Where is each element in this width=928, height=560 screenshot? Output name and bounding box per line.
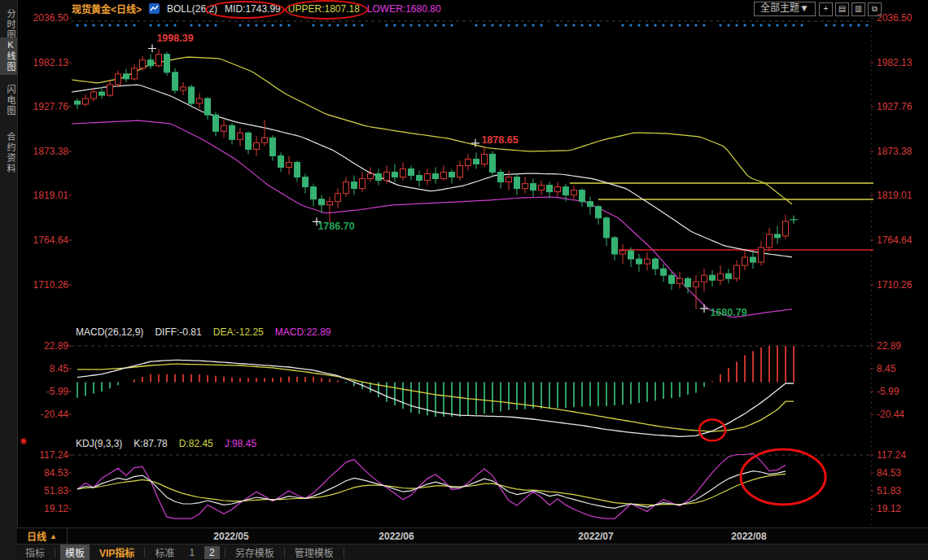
candle-body [653, 259, 659, 269]
macd-axis-label-axis-right-2: -5.99 [877, 386, 927, 397]
candle-body [278, 155, 284, 167]
candle-body [140, 60, 146, 68]
candle-body [767, 234, 773, 247]
signal-dot [833, 24, 835, 26]
candle-body [498, 173, 504, 182]
sidebar-item-lightning[interactable]: 闪电图 [0, 82, 17, 119]
tab-vip-indicators[interactable]: VIP指标 [94, 545, 139, 560]
tab-manage-template[interactable]: 管理模板 [290, 545, 339, 560]
kdj-axis-label-axis-right-0: 117.24 [877, 449, 927, 461]
line-chart-icon[interactable] [149, 3, 160, 14]
price-axis-label-axis-left-2: 1927.76 [21, 101, 68, 112]
price-annotation-1: 1878.65 [481, 134, 518, 146]
sidebar-item-kline[interactable]: K线图 [0, 37, 17, 75]
candle-body [783, 221, 789, 236]
price-axis-label-axis-left-1: 1982.13 [21, 57, 68, 68]
annotation-cross-icon [148, 45, 156, 53]
period-selector-button[interactable]: 日线 ▲ [17, 528, 68, 544]
macd-params-label: MACD(26,12,9) [76, 326, 143, 338]
pane-expand-icon[interactable]: ⧉ [868, 2, 882, 16]
kdj-j-value: J:98.45 [225, 438, 256, 449]
candle-body [132, 68, 138, 79]
tab-indicators[interactable]: 指标 [20, 545, 50, 560]
candle-body [83, 98, 89, 104]
signal-dot [409, 24, 412, 26]
candle-body [205, 98, 211, 115]
chart-canvas[interactable]: 1998.391878.651786.701680.79 [68, 18, 873, 527]
candle-body [327, 202, 333, 205]
price-axis-label-axis-left-5: 1764.64 [21, 234, 68, 246]
signal-dot [637, 24, 640, 26]
price-axis-label-axis-right-5: 1764.64 [877, 234, 927, 246]
signal-dot [629, 24, 632, 26]
symbol-title: 现货黄金<日线> [72, 2, 142, 15]
signal-dot [393, 24, 396, 26]
candle-body [360, 179, 366, 189]
pane-layout-left-icon[interactable]: ▤ [835, 2, 849, 16]
pane-layout-right-icon[interactable]: ▥ [851, 2, 865, 16]
signal-dot [149, 24, 151, 26]
candle-body [466, 159, 471, 165]
tab-templates[interactable]: 模板 [60, 545, 90, 560]
candle-body [449, 173, 455, 177]
signal-dot [646, 24, 648, 26]
signal-dot [727, 24, 729, 26]
tab-separator [284, 548, 285, 558]
signal-dot [654, 24, 656, 26]
signal-dot [418, 24, 420, 26]
boll-mid-band [72, 85, 792, 257]
signal-dot [157, 24, 160, 26]
signal-dot [719, 24, 721, 26]
candle-body [173, 72, 178, 90]
pan-icon[interactable]: + [819, 2, 833, 16]
macd-axis-label-axis-right-0: 22.89 [877, 340, 927, 352]
candle-body [718, 273, 724, 280]
candle-body [344, 182, 349, 194]
candle-body [563, 187, 569, 195]
tab-2[interactable]: 2 [204, 546, 220, 559]
candle-body [694, 282, 699, 287]
candle-body [588, 202, 593, 207]
signal-dot [108, 24, 111, 26]
signal-dot [133, 24, 135, 26]
signal-dot [523, 24, 526, 26]
candle-body [726, 273, 732, 278]
theme-dropdown-button[interactable]: 全部主题▼ [754, 2, 816, 16]
candle-body [669, 275, 675, 283]
signal-dot [401, 24, 404, 26]
signal-dot [434, 24, 436, 26]
candle-body [352, 182, 357, 189]
signal-dot [100, 24, 103, 26]
signal-dot [165, 24, 168, 26]
signal-dot [499, 24, 501, 26]
price-axis-label-axis-left-3: 1873.38 [21, 146, 68, 157]
signal-dot [206, 24, 208, 26]
sidebar-item-contract-info[interactable]: 合约资料 [0, 129, 17, 177]
alert-marker-icon[interactable]: ✺ [20, 436, 27, 447]
price-annotation-3: 1680.79 [710, 307, 746, 318]
signal-dot [540, 24, 542, 26]
macd-axis-label-axis-left-1: 8.45 [21, 363, 68, 374]
kdj-axis-label-axis-right-3: 19.12 [877, 503, 927, 514]
candle-body [571, 190, 577, 195]
tab-1[interactable]: 1 [184, 546, 199, 559]
tab-standard[interactable]: 标准 [150, 545, 179, 560]
tab-separator [144, 548, 145, 558]
candle-body [702, 275, 707, 282]
signal-dot [442, 24, 444, 26]
candle-body [645, 259, 650, 264]
candle-body [580, 190, 585, 202]
period-label: 日线 [27, 529, 46, 543]
boll-mid-value: MID:1743.99 [225, 3, 281, 15]
kdj-axis-label-axis-right-1: 84.53 [877, 467, 927, 479]
candle-body [303, 177, 309, 187]
signal-dot [849, 24, 851, 26]
candle-body [91, 92, 97, 98]
date-label-2: 2022/07 [578, 531, 613, 542]
signal-dot [784, 24, 786, 26]
signal-dot [190, 24, 192, 26]
tab-separator [225, 548, 225, 558]
macd-axis-label-axis-left-3: -20.44 [21, 409, 68, 420]
tab-save-template[interactable]: 另存模板 [230, 545, 279, 560]
trading-app-window: { "header": { "symbol": "现货黄金<日线>", "bol… [0, 0, 928, 560]
